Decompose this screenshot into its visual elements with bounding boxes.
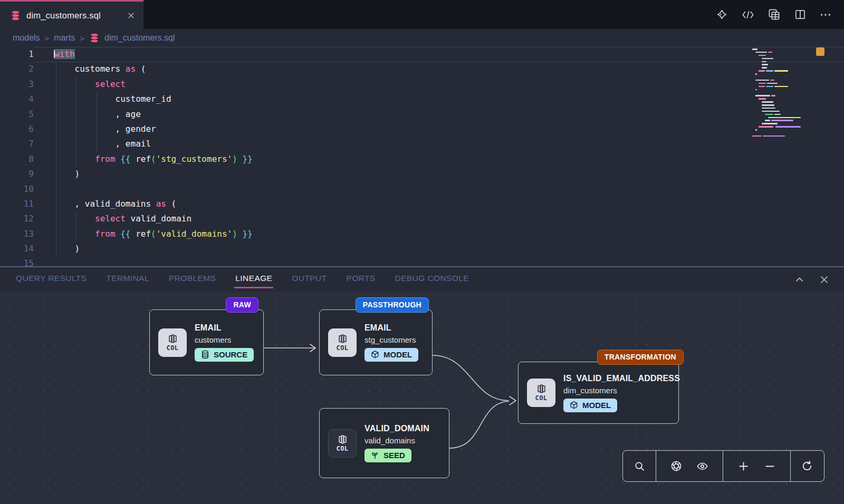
lineage-canvas[interactable]: RAW COL EMAIL customers xyxy=(0,292,844,504)
panel-tab-terminal[interactable]: TERMINAL xyxy=(106,270,149,288)
breadcrumb-models[interactable]: models xyxy=(13,33,40,43)
line-content: , age xyxy=(34,107,141,122)
code-line[interactable]: 5 , age xyxy=(0,107,844,122)
panel-tab-query-results[interactable]: QUERY RESULTS xyxy=(16,270,87,288)
line-content: select xyxy=(34,77,126,92)
code-line[interactable]: 1with xyxy=(0,47,844,62)
source-pill[interactable]: SOURCE xyxy=(195,348,254,362)
node-column-name: IS_VALID_EMAIL_ADDRESS xyxy=(563,374,680,383)
line-number: 10 xyxy=(0,182,34,197)
code-line[interactable]: 2 customers as ( xyxy=(0,62,844,76)
line-content: from {{ ref('valid_domains') }} xyxy=(34,227,253,241)
panel-header: QUERY RESULTSTERMINALPROBLEMSLINEAGEOUTP… xyxy=(0,267,844,292)
pill-label: MODEL xyxy=(582,401,611,410)
close-icon[interactable] xyxy=(819,275,829,285)
model-pill[interactable]: MODEL xyxy=(563,399,617,412)
code-lines: 1with2 customers as (3 select4 customer_… xyxy=(0,47,844,266)
col-label: COL xyxy=(336,445,348,452)
pill-label: SEED xyxy=(383,451,405,460)
minimap[interactable] xyxy=(752,49,808,139)
breadcrumb-marts[interactable]: marts xyxy=(54,33,75,43)
breadcrumb-separator: > xyxy=(45,34,50,43)
columns-icon xyxy=(338,434,348,444)
code-line[interactable]: 6 , gender xyxy=(0,122,844,137)
code-line[interactable]: 10 xyxy=(0,182,844,197)
node-model-name: dim_customers xyxy=(563,386,680,395)
node-model-name: customers xyxy=(195,335,254,344)
code-line[interactable]: 3 select xyxy=(0,77,844,92)
line-number: 3 xyxy=(0,77,34,92)
lineage-toolbar xyxy=(622,450,824,482)
copy-table-icon[interactable] xyxy=(768,8,781,21)
passthrough-badge: PASSTHROUGH xyxy=(356,297,429,313)
line-content: ) xyxy=(34,241,80,256)
line-number: 8 xyxy=(0,152,34,167)
line-content: ) xyxy=(34,167,80,181)
line-content: from {{ ref('stg_customers') }} xyxy=(34,152,253,167)
panel-tab-ports[interactable]: PORTS xyxy=(346,270,375,288)
lineage-node-dim-customers[interactable]: TRANSFORMATION COL IS_VALID_EMAIL_ADDRES… xyxy=(518,362,679,424)
node-column-name: VALID_DOMAIN xyxy=(365,424,429,433)
columns-icon xyxy=(168,334,178,344)
col-label: COL xyxy=(535,394,547,402)
model-pill[interactable]: MODEL xyxy=(365,348,418,362)
line-content xyxy=(34,182,54,197)
code-area[interactable]: 1with2 customers as (3 select4 customer_… xyxy=(0,47,844,266)
more-icon[interactable] xyxy=(820,12,831,17)
column-box: COL xyxy=(158,328,187,357)
dbt-logo-icon[interactable] xyxy=(715,8,728,21)
panel-tab-lineage[interactable]: LINEAGE xyxy=(235,270,272,288)
line-number: 1 xyxy=(0,47,34,62)
lineage-node-stg-customers[interactable]: PASSTHROUGH COL EMAIL stg_customers MODE… xyxy=(319,309,433,375)
refresh-icon[interactable] xyxy=(801,460,813,472)
pill-label: SOURCE xyxy=(214,350,247,359)
code-line[interactable]: 12 select valid_domain xyxy=(0,211,844,226)
panel-tab-output[interactable]: OUTPUT xyxy=(292,270,327,288)
breadcrumb-file[interactable]: dim_customers.sql xyxy=(104,33,175,43)
code-line[interactable]: 13 from {{ ref('valid_domains') }} xyxy=(0,227,844,241)
panel-tab-debug-console[interactable]: DEBUG CONSOLE xyxy=(395,270,469,288)
col-label: COL xyxy=(166,344,178,352)
line-content: customers as ( xyxy=(34,62,146,76)
lineage-node-valid-domains[interactable]: COL VALID_DOMAIN valid_domains SEED xyxy=(319,408,449,478)
lineage-node-customers[interactable]: RAW COL EMAIL customers xyxy=(149,309,264,375)
chevron-up-icon[interactable] xyxy=(794,275,804,285)
column-box: COL xyxy=(328,328,357,357)
line-number: 2 xyxy=(0,62,34,76)
line-number: 5 xyxy=(0,107,34,122)
breadcrumb: models > marts > dim_customers.sql xyxy=(0,29,844,47)
zoom-out-icon[interactable] xyxy=(764,460,776,472)
code-line[interactable]: 15 xyxy=(0,256,844,266)
line-content: customer_id xyxy=(34,92,171,106)
tab-dim-customers[interactable]: dim_customers.sql xyxy=(0,0,143,29)
line-content xyxy=(34,256,54,266)
bottom-panel: QUERY RESULTSTERMINALPROBLEMSLINEAGEOUTP… xyxy=(0,266,844,504)
code-line[interactable]: 4 customer_id xyxy=(0,92,844,106)
code-icon[interactable] xyxy=(742,9,754,20)
aperture-icon[interactable] xyxy=(670,460,683,472)
overview-ruler-marker[interactable] xyxy=(816,47,824,56)
transformation-badge: TRANSFORMATION xyxy=(597,350,684,365)
raw-badge: RAW xyxy=(226,297,258,313)
node-column-name: EMAIL xyxy=(365,323,418,333)
eye-icon[interactable] xyxy=(696,460,709,472)
close-tab-icon[interactable] xyxy=(127,12,135,20)
panel-tab-problems[interactable]: PROBLEMS xyxy=(169,270,216,288)
line-content: with xyxy=(34,47,75,62)
zoom-in-icon[interactable] xyxy=(737,460,750,472)
code-line[interactable]: 11 , valid_domains as ( xyxy=(0,197,844,211)
split-editor-icon[interactable] xyxy=(794,8,807,21)
code-line[interactable]: 7 , email xyxy=(0,137,844,151)
code-line[interactable]: 8 from {{ ref('stg_customers') }} xyxy=(0,152,844,167)
line-number: 15 xyxy=(0,256,34,266)
code-line[interactable]: 9 ) xyxy=(0,167,844,181)
database-icon xyxy=(11,11,21,21)
line-number: 4 xyxy=(0,92,34,106)
tab-label: dim_customers.sql xyxy=(26,11,101,21)
seed-pill[interactable]: SEED xyxy=(365,449,411,462)
line-content: , email xyxy=(34,137,151,151)
line-number: 6 xyxy=(0,122,34,137)
node-model-name: valid_domains xyxy=(365,436,429,445)
code-line[interactable]: 14 ) xyxy=(0,241,844,256)
search-icon[interactable] xyxy=(634,460,646,472)
